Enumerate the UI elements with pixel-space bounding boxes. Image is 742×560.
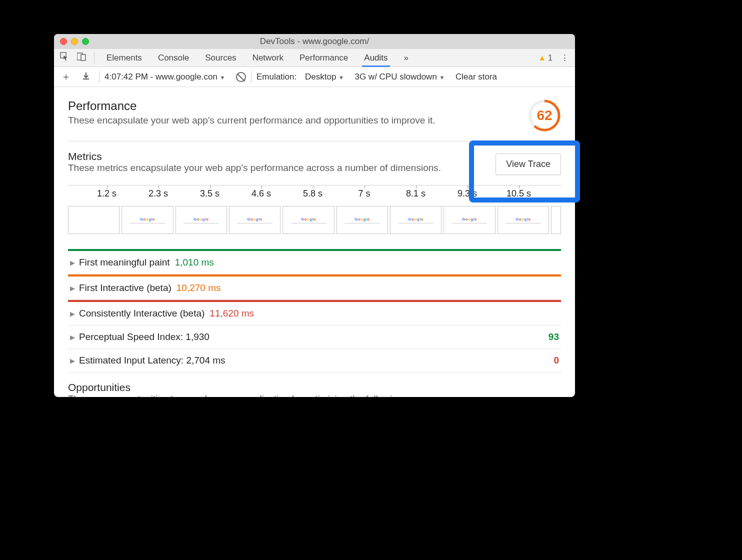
devtools-tabs-bar: Elements Console Sources Network Perform… [54, 49, 575, 67]
clear-storage-option[interactable]: Clear stora [456, 72, 497, 82]
filmstrip-thumbnails: Google Google Google Google Google Googl… [68, 206, 561, 234]
timeline-tick: 5.8 s [287, 188, 338, 199]
svg-rect-2 [81, 54, 86, 60]
metrics-subtitle: These metrics encapsulate your web app's… [68, 162, 441, 174]
timeline-tick: 1.2 s [81, 188, 132, 199]
throttle-selector[interactable]: 3G w/ CPU slowdown ▼ [354, 72, 444, 82]
metric-row-first-meaningful-paint[interactable]: ▶ First meaningful paint 1,010 ms [68, 249, 561, 274]
metrics-section-header: Metrics These metrics encapsulate your w… [68, 150, 561, 175]
window-controls [60, 38, 89, 45]
device-selector[interactable]: Desktop ▼ [305, 72, 344, 82]
section-divider [68, 141, 561, 142]
metric-value: 1,010 ms [175, 257, 214, 268]
chevron-down-icon: ▼ [220, 74, 226, 80]
filmstrip-frame[interactable]: Google [122, 206, 173, 234]
chevron-right-icon: ▶ [70, 259, 79, 266]
tab-label: Elements [106, 53, 142, 63]
subbar-separator [99, 71, 100, 83]
audit-report[interactable]: Performance These encapsulate your web a… [54, 87, 575, 397]
filmstrip-timeline: 1.2 s 2.3 s 3.5 s 4.6 s 5.8 s 7 s 8.1 s … [68, 185, 561, 199]
opportunities-subtitle: These are opportunities to speed up your… [68, 394, 561, 397]
metrics-title: Metrics [68, 150, 441, 162]
clear-storage-label: Clear stora [456, 72, 497, 82]
emulation-label: Emulation: [256, 72, 296, 82]
performance-title: Performance [68, 99, 435, 113]
metric-label: Estimated Input Latency: 2,704 ms [79, 355, 226, 366]
overflow-label: » [404, 53, 408, 63]
devtools-window: DevTools - www.google.com/ Elements Cons… [54, 34, 575, 397]
report-selector-label: 4:07:42 PM - www.google.con [104, 72, 218, 82]
new-audit-button[interactable]: ＋ [57, 70, 75, 84]
device-toolbar-icon[interactable] [74, 50, 89, 66]
chevron-right-icon: ▶ [70, 334, 79, 341]
throttle-selector-label: 3G w/ CPU slowdown [354, 72, 436, 82]
timeline-tick: 9.3 s [442, 188, 493, 199]
tab-elements[interactable]: Elements [100, 49, 149, 67]
tab-label: Network [252, 53, 284, 63]
performance-score-ring: 62 [528, 99, 561, 132]
tab-console[interactable]: Console [151, 49, 196, 67]
metric-row-estimated-input-latency[interactable]: ▶ Estimated Input Latency: 2,704 ms 0 [68, 349, 561, 372]
inspect-element-icon[interactable] [57, 50, 72, 66]
performance-subtitle: These encapsulate your web app's current… [68, 115, 435, 126]
warnings-indicator[interactable]: ▲ 1 [538, 54, 552, 62]
metrics-list: ▶ First meaningful paint 1,010 ms ▶ Firs… [68, 249, 561, 372]
timeline-tick: 2.3 s [132, 188, 184, 199]
chevron-down-icon: ▼ [440, 74, 445, 80]
metric-score: 93 [548, 332, 559, 342]
tab-label: Performance [300, 53, 348, 63]
device-selector-label: Desktop [305, 72, 336, 82]
window-title: DevTools - www.google.com/ [54, 36, 575, 46]
filmstrip-frame[interactable]: Google [444, 206, 495, 234]
metric-row-perceptual-speed-index[interactable]: ▶ Perceptual Speed Index: 1,930 93 [68, 326, 561, 349]
tabs-separator [94, 52, 94, 64]
report-selector[interactable]: 4:07:42 PM - www.google.con ▼ [104, 72, 225, 82]
metric-score: 0 [554, 355, 559, 366]
metric-label: Consistently Interactive (beta) [79, 308, 204, 319]
timeline-tick: 4.6 s [236, 188, 287, 199]
clear-all-icon[interactable] [236, 72, 246, 82]
tab-sources[interactable]: Sources [198, 49, 243, 67]
tab-performance[interactable]: Performance [292, 49, 355, 67]
filmstrip-frame[interactable]: Google [336, 206, 388, 234]
filmstrip-frame[interactable]: Google [498, 206, 549, 234]
metric-row-first-interactive[interactable]: ▶ First Interactive (beta) 10,270 ms [68, 274, 561, 300]
chevron-right-icon: ▶ [70, 310, 79, 318]
performance-section-header: Performance These encapsulate your web a… [68, 99, 561, 132]
opportunities-section: Opportunities These are opportunities to… [68, 382, 561, 397]
filmstrip-frame[interactable]: Google [176, 206, 227, 234]
filmstrip-frame[interactable] [68, 206, 120, 234]
window-titlebar: DevTools - www.google.com/ [54, 34, 575, 49]
warning-icon: ▲ [538, 54, 546, 62]
subbar-separator [251, 71, 252, 83]
audits-toolbar: ＋ 4:07:42 PM - www.google.con ▼ Emulatio… [54, 67, 575, 87]
filmstrip-frame[interactable]: Google [229, 206, 280, 234]
warning-count: 1 [548, 54, 552, 62]
timeline-tick: 8.1 s [390, 188, 442, 199]
tab-label: Audits [364, 53, 388, 63]
minimize-window-button[interactable] [71, 38, 78, 45]
chevron-right-icon: ▶ [70, 284, 79, 292]
tabs-overflow-button[interactable]: » [397, 49, 416, 67]
metric-value: 11,620 ms [210, 308, 254, 319]
filmstrip-frame[interactable] [551, 206, 561, 234]
filmstrip-frame[interactable]: Google [282, 206, 334, 234]
timeline-tick: 7 s [338, 188, 390, 199]
close-window-button[interactable] [60, 38, 67, 45]
timeline-tick: 3.5 s [184, 188, 236, 199]
tab-label: Console [158, 53, 189, 63]
zoom-window-button[interactable] [82, 38, 89, 45]
tab-label: Sources [205, 53, 236, 63]
download-report-button[interactable] [78, 71, 94, 82]
kebab-menu-icon[interactable]: ⋮ [558, 50, 572, 65]
filmstrip-frame[interactable]: Google [390, 206, 442, 234]
chevron-right-icon: ▶ [70, 357, 79, 364]
metric-label: Perceptual Speed Index: 1,930 [79, 332, 210, 342]
metric-value: 10,270 ms [176, 282, 221, 294]
opportunities-title: Opportunities [68, 382, 561, 394]
view-trace-button[interactable]: View Trace [496, 154, 561, 175]
metric-row-consistently-interactive[interactable]: ▶ Consistently Interactive (beta) 11,620… [68, 300, 561, 326]
tab-audits[interactable]: Audits [357, 49, 394, 67]
timeline-tick: 10.5 s [493, 188, 544, 199]
tab-network[interactable]: Network [246, 49, 290, 67]
